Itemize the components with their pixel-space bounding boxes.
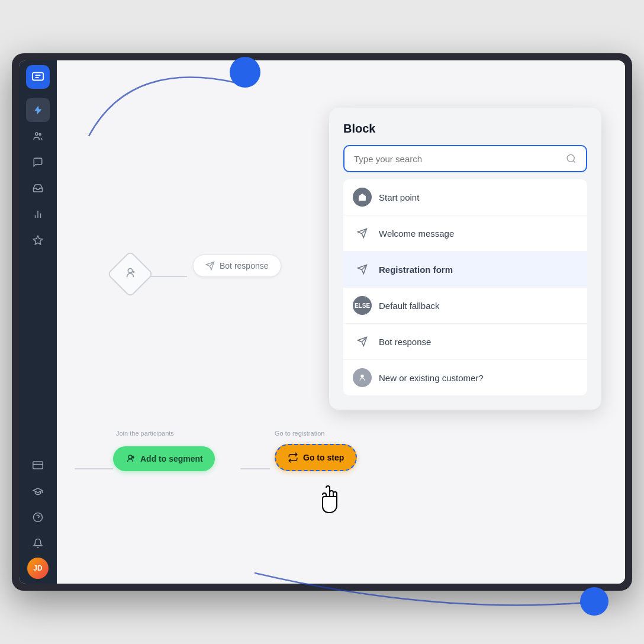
registration-form-icon	[353, 260, 372, 279]
block-item-start-point[interactable]: Start point	[343, 179, 587, 215]
add-segment-label: Add to segment	[140, 454, 203, 463]
svg-rect-7	[33, 462, 43, 469]
svg-marker-6	[34, 236, 43, 244]
bot-response-label: Bot response	[220, 261, 269, 271]
blue-circle-bottom	[580, 587, 608, 616]
join-participants-label: Join the participants	[116, 430, 174, 437]
new-existing-customer-label: New or existing customer?	[379, 373, 484, 383]
svg-rect-0	[33, 73, 43, 80]
svg-point-30	[360, 375, 363, 378]
go-to-step-button[interactable]: Go to step	[275, 444, 357, 471]
block-item-bot-response[interactable]: Bot response	[343, 324, 587, 360]
default-fallback-label: Default fallback	[379, 301, 440, 311]
block-item-registration-form[interactable]: Registration form	[343, 252, 587, 288]
svg-point-21	[567, 154, 574, 162]
welcome-message-label: Welcome message	[379, 228, 454, 239]
block-item-welcome-message[interactable]: Welcome message	[343, 215, 587, 252]
svg-rect-23	[361, 198, 363, 201]
block-item-new-existing-customer[interactable]: New or existing customer?	[343, 360, 587, 395]
blue-circle-top	[230, 57, 260, 88]
go-to-registration-label: Go to registration	[275, 430, 324, 437]
bot-response-block-label: Bot response	[379, 337, 431, 347]
block-panel: Block Start point	[329, 108, 601, 410]
sidebar: JD	[19, 60, 57, 584]
search-icon	[566, 153, 577, 164]
svg-point-1	[36, 133, 38, 136]
svg-point-15	[133, 271, 135, 273]
registration-form-label: Registration form	[379, 265, 453, 275]
curved-line-top	[83, 47, 237, 142]
start-point-icon	[353, 188, 372, 207]
sidebar-item-graduation[interactable]	[26, 479, 50, 503]
sidebar-item-users[interactable]	[26, 124, 50, 148]
sidebar-item-chart[interactable]	[26, 202, 50, 226]
svg-point-18	[128, 455, 132, 459]
default-fallback-icon: ELSE	[353, 296, 372, 315]
sidebar-item-inbox[interactable]	[26, 176, 50, 200]
svg-text:+: +	[132, 455, 134, 459]
bot-response-node[interactable]: Bot response	[193, 255, 281, 277]
block-list: Start point Welcome message	[343, 179, 587, 395]
sidebar-item-chat[interactable]	[26, 150, 50, 174]
block-panel-title: Block	[343, 122, 587, 136]
welcome-message-icon	[353, 224, 372, 243]
diamond-node	[109, 253, 156, 300]
sidebar-item-bell[interactable]	[26, 532, 50, 555]
sidebar-item-cards[interactable]	[26, 453, 50, 477]
start-point-label: Start point	[379, 192, 419, 202]
add-to-segment-button[interactable]: + Add to segment	[113, 446, 215, 471]
sidebar-bottom: JD	[26, 453, 50, 579]
new-existing-customer-icon	[353, 368, 372, 387]
go-to-step-label: Go to step	[303, 453, 344, 462]
sidebar-logo[interactable]	[26, 65, 50, 89]
sidebar-item-analytics[interactable]	[26, 228, 50, 252]
svg-point-2	[39, 134, 41, 136]
bot-response-block-icon	[353, 332, 372, 351]
sidebar-item-help[interactable]	[26, 505, 50, 529]
svg-line-22	[573, 160, 575, 162]
curved-line-bottom	[255, 567, 586, 626]
svg-point-14	[128, 269, 132, 273]
block-item-default-fallback[interactable]: ELSE Default fallback	[343, 288, 587, 324]
search-box[interactable]	[343, 145, 587, 172]
sidebar-item-bolt[interactable]	[26, 98, 50, 122]
search-input[interactable]	[354, 154, 561, 164]
cursor-hand-icon	[317, 485, 341, 519]
user-avatar[interactable]: JD	[27, 558, 49, 579]
